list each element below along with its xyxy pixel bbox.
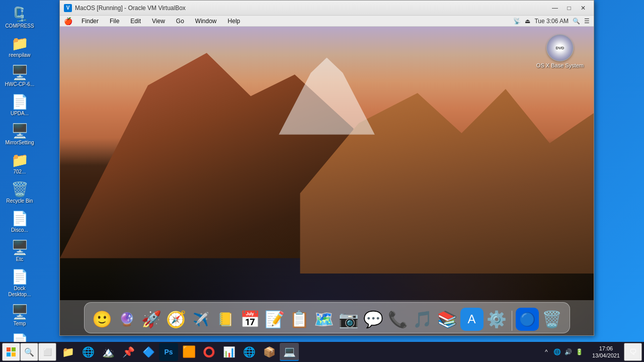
close-button[interactable]: ✕ [577,3,590,13]
finder-menu[interactable]: Finder [79,18,101,25]
menubar-eject-icon: ⏏ [525,18,530,25]
macos-wallpaper [60,27,594,335]
desktop-icon-702[interactable]: 📁 702... [2,150,37,177]
tray-expand[interactable]: ^ [542,347,551,356]
disk-label: OS X Base System [536,62,584,68]
go-menu[interactable]: Go [174,18,186,25]
apple-menu[interactable]: 🍎 [64,17,72,25]
desktop-icon-reenpilaw[interactable]: 📁 reenpilaw [2,33,37,60]
dock-launchpad[interactable]: 🚀 [140,308,163,331]
menubar-list-icon[interactable]: ☰ [584,18,590,25]
dock-separator [512,311,512,331]
dock-systemprefs[interactable]: ⚙️ [485,308,508,331]
taskbar-virtualbox-app[interactable]: 📦 [260,343,279,361]
taskbar-opera[interactable]: ⭕ [199,343,218,361]
desktop-icon-label-hwc-cp-6: HWC-CP-6... [5,81,34,87]
virtualbox-app-icon: V [64,4,72,12]
desktop-icon-img-reenpilaw: 📁 [12,35,28,51]
desktop-icon-label-etc: Etc [16,256,23,262]
dock-mail[interactable]: ✈️ [189,308,212,331]
desktop-icon-img-etc: 🖥️ [12,239,28,255]
macos-desktop: DVD OS X Base System 🙂 🔮 🚀 🧭 ✈️ 📒 📅 📝 📋 … [60,27,594,335]
desktop-icon-dock-desktop[interactable]: 📄 Dock Desktop... [2,266,37,300]
dock-launchpad2[interactable]: 🔵 [516,308,539,331]
tray-network[interactable]: 🌐 [553,347,562,356]
dock-music[interactable]: 🎵 [411,308,434,331]
dock-photos[interactable]: 📷 [337,308,360,331]
desktop-icon-hwc-cp-6[interactable]: 🖥️ HWC-CP-6... [2,62,37,89]
menubar-time: Tue 3:06 AM [534,18,569,25]
desktop-icon-img-compress: 🗜️ [12,6,28,22]
tray-volume[interactable]: 🔊 [564,347,573,356]
desktop-icon-img-702: 📁 [12,152,28,168]
menubar-search-icon[interactable]: 🔍 [573,18,580,25]
minimize-button[interactable]: — [548,3,561,13]
start-button[interactable] [2,343,20,361]
taskbar-search-button[interactable]: 🔍 [20,343,38,361]
desktop-icons-area: 🗜️ COMPRESS 📁 reenpilaw 🖥️ HWC-CP-6... 📄… [0,0,58,338]
taskbar-active-app[interactable]: 💻 [280,343,299,361]
dock-books[interactable]: 📚 [436,308,459,331]
desktop-icon-label-disco: Disco... [11,227,28,233]
taskbar-app5[interactable]: 🌐 [239,343,259,361]
desktop-icon-img-disco: 📄 [12,210,28,226]
edit-menu[interactable]: Edit [128,18,143,25]
desktop-icon-compress[interactable]: 🗜️ COMPRESS [2,4,37,31]
window-menu[interactable]: Window [193,18,219,25]
tray-battery[interactable]: 🔋 [575,347,584,356]
desktop-icon-temp[interactable]: 🖥️ Temp [2,302,37,329]
desktop-icon-label-mirrorsetting: MirrorSetting [5,140,34,146]
dock-siri[interactable]: 🔮 [115,308,138,331]
maximize-button[interactable]: □ [562,3,576,13]
file-menu[interactable]: File [108,18,121,25]
virtualbox-title: MacOS [Running] - Oracle VM VirtualBox [75,5,548,12]
dock-maps[interactable]: 🗺️ [312,308,336,331]
desktop-icon-img-upda: 📄 [12,94,28,110]
dock-facetime[interactable]: 📞 [386,308,410,331]
taskbar-taskview-button[interactable]: ⬜ [38,343,56,361]
desktop-icon-recycle-bin[interactable]: 🗑️ Recycle Bin [2,179,37,206]
taskbar-apps: 📁 🌐 🏔️ 📌 🔷 Ps 🟧 ⭕ 📊 🌐 📦 💻 [56,343,538,361]
view-menu[interactable]: View [150,18,167,25]
windows-logo-icon [7,347,16,356]
taskbar-photos-app[interactable]: 🏔️ [99,343,118,361]
dock-contacts[interactable]: 📒 [214,308,237,331]
dock-container: 🙂 🔮 🚀 🧭 ✈️ 📒 📅 📝 📋 🗺️ 📷 💬 📞 🎵 📚 A [84,302,570,333]
help-menu[interactable]: Help [226,18,243,25]
taskbar-clock[interactable]: 17:06 13/04/2021 [588,345,624,359]
dock-reminders[interactable]: 📋 [288,308,311,331]
clock-date: 13/04/2021 [592,352,620,359]
desktop-icon-label-recycle-bin: Recycle Bin [7,198,33,204]
taskbar-app1[interactable]: 📌 [119,343,138,361]
dock-appstore[interactable]: A [460,308,484,331]
desktop-icon-etc[interactable]: 🖥️ Etc [2,237,37,264]
taskbar-app4[interactable]: 📊 [219,343,238,361]
desktop-icon-label-upda: UPDA... [11,111,29,117]
dock-finder[interactable]: 🙂 [91,308,114,331]
taskbar-tray: ^ 🌐 🔊 🔋 [538,347,588,356]
taskbar-photoshop[interactable]: Ps [159,343,178,361]
taskbar-explorer[interactable]: 📁 [58,343,77,361]
desktop-icon-label-dock-desktop: Dock Desktop... [4,286,35,298]
notification-button[interactable]: 🗨 [624,343,642,361]
desktop-icon-upda[interactable]: 📄 UPDA... [2,92,37,119]
desktop-icon-disco[interactable]: 📄 Disco... [2,208,37,235]
taskbar-app3[interactable]: 🟧 [179,343,198,361]
osx-base-system-icon[interactable]: DVD OS X Base System [536,34,584,68]
dock-calendar[interactable]: 📅 [238,308,262,331]
dock-trash[interactable]: 🗑️ [540,308,564,331]
menubar-airport-icon: 📡 [513,18,521,25]
desktop-icon-img-hwc-cp-6: 🖥️ [12,64,28,80]
desktop-icon-img-dock-desktop: 📄 [12,268,28,285]
dock-safari[interactable]: 🧭 [165,308,188,331]
taskbar-chrome[interactable]: 🌐 [78,343,98,361]
desktop-icon-mirrorsetting[interactable]: 🖥️ MirrorSetting [2,121,37,148]
dock-messages[interactable]: 💬 [362,308,385,331]
dock-notes[interactable]: 📝 [263,308,286,331]
desktop-icon-img-mirrorsetting: 🖥️ [12,123,28,139]
macos-dock: 🙂 🔮 🚀 🧭 ✈️ 📒 📅 📝 📋 🗺️ 📷 💬 📞 🎵 📚 A [60,300,594,335]
desktop-icon-label-temp: Temp [14,321,26,327]
virtualbox-titlebar: V MacOS [Running] - Oracle VM VirtualBox… [60,1,594,16]
windows-desktop: 🗜️ COMPRESS 📁 reenpilaw 🖥️ HWC-CP-6... 📄… [0,0,644,362]
taskbar-app2[interactable]: 🔷 [139,343,158,361]
